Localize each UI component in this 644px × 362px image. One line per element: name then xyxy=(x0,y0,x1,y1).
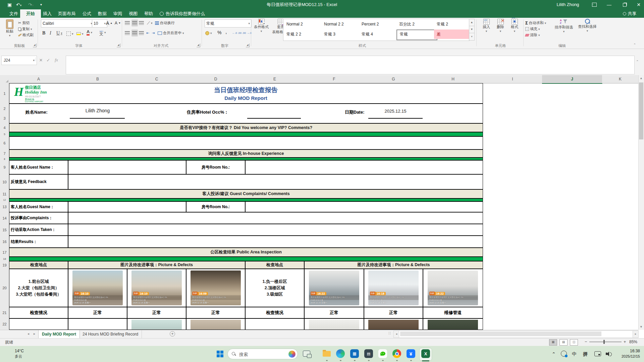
row-header-2[interactable]: 2 xyxy=(0,104,9,114)
style-changgui-4[interactable]: 常规 4 xyxy=(359,29,398,39)
format-cells-button[interactable]: ⟷ 格式▾ xyxy=(508,19,521,33)
style-normal-2-2[interactable]: Normal 2 2 xyxy=(321,19,361,29)
row-header-11[interactable]: 11 xyxy=(0,189,9,199)
cell-location-header-left[interactable]: 检查地点 xyxy=(9,261,68,269)
sheet-nav-left-icon[interactable]: ◂ xyxy=(28,332,29,336)
clipboard-dialog-launcher[interactable]: ◢ xyxy=(33,44,37,47)
italic-button[interactable]: I xyxy=(50,30,51,36)
volume-icon[interactable] xyxy=(606,351,612,357)
cell-guest-name-input-2[interactable] xyxy=(68,201,186,212)
cell-results-label[interactable]: 结果Results： xyxy=(9,236,68,248)
number-dialog-launcher[interactable]: ◢ xyxy=(246,44,250,47)
percent-style-button[interactable]: % xyxy=(217,29,221,35)
collapse-formula-bar-icon[interactable]: ⌃ xyxy=(636,60,639,63)
cancel-icon[interactable]: ✕ xyxy=(38,56,44,64)
normal-view-icon[interactable]: ▦ xyxy=(549,339,557,346)
col-header-E[interactable]: E xyxy=(245,75,305,83)
cell-pictures-header-left[interactable]: 图片及待改进事项：Picture & Defects xyxy=(68,261,245,269)
style-changgui-selected[interactable]: 常规 xyxy=(396,29,437,40)
sort-filter-button[interactable]: AZ 排序和筛选▾ xyxy=(553,19,575,33)
row-header-9[interactable]: 9 xyxy=(0,160,9,175)
tabstrip-splitter[interactable]: ⁞⁞ xyxy=(388,331,391,335)
decrease-font-icon[interactable]: A▼ xyxy=(115,20,121,26)
style-baifenbi-2[interactable]: 百分比 2 xyxy=(396,19,436,29)
cell-feedback-label[interactable]: 反馈意见 Feedback xyxy=(9,174,68,189)
weather-widget[interactable]: 14°C 多云 xyxy=(0,346,37,362)
start-button[interactable] xyxy=(217,351,223,357)
col-header-G[interactable]: G xyxy=(364,75,423,83)
row-header-7[interactable]: 7 xyxy=(0,149,9,158)
sync-status-icon[interactable] xyxy=(561,351,567,357)
wechat-icon[interactable] xyxy=(378,349,387,358)
col-header-F[interactable]: F xyxy=(304,75,364,83)
tab-page-layout[interactable]: 页面布局 xyxy=(53,9,80,18)
alignment-dialog-launcher[interactable]: ◢ xyxy=(197,44,200,47)
style-bad[interactable]: 差 xyxy=(434,29,474,39)
fill-color-button[interactable]: ▾ xyxy=(76,31,84,37)
task-view-icon[interactable] xyxy=(303,351,310,357)
excel-icon[interactable]: X xyxy=(421,349,430,358)
calculator-icon[interactable]: ▤ xyxy=(364,349,373,358)
touchpad-icon[interactable] xyxy=(594,351,601,356)
zoom-slider-thumb[interactable] xyxy=(603,340,605,344)
format-painter-button[interactable]: 格式刷 xyxy=(18,32,34,38)
style-changgui-3[interactable]: 常规 3 xyxy=(321,29,361,39)
col-header-A[interactable]: A xyxy=(9,75,68,83)
cell-status-g[interactable]: 正常 xyxy=(364,307,423,318)
name-box[interactable]: J24▾ xyxy=(1,56,37,65)
ime-language-indicator[interactable]: 中 xyxy=(572,351,577,357)
name-value[interactable]: Lilith Zhong xyxy=(68,108,127,113)
vertical-scrollbar-thumb[interactable] xyxy=(639,82,643,139)
zoom-level[interactable]: 85% xyxy=(629,340,637,344)
cell-location-header-right[interactable]: 检查地点 xyxy=(245,261,304,269)
tray-expand-icon[interactable]: ⌃ xyxy=(552,351,556,357)
redo-icon[interactable]: ↷▾ xyxy=(28,2,34,8)
cell-status-header-left[interactable]: 检查情况 xyxy=(9,307,68,318)
align-center-icon[interactable] xyxy=(131,29,138,37)
section-vip-header[interactable]: 是否有VIP接待？有何建议？ Did You welcome any VIP? … xyxy=(9,123,483,132)
cut-button[interactable]: ✂剪切 xyxy=(18,20,30,26)
account-user[interactable]: Lilith Zhong xyxy=(553,0,583,9)
wrap-text-button[interactable]: 自动换行 xyxy=(155,20,175,26)
cell-row22-b[interactable] xyxy=(68,318,127,330)
search-box[interactable]: 搜索 xyxy=(227,349,298,359)
conditional-formatting-button[interactable]: ≠ 条件格式▾ xyxy=(252,19,270,33)
row-header-5[interactable]: 5 xyxy=(0,132,9,137)
insert-function-icon[interactable]: fx xyxy=(53,56,60,64)
restore-button[interactable] xyxy=(618,0,631,9)
tab-help[interactable]: 帮助 xyxy=(140,9,158,18)
autosum-button[interactable]: Σ自动求和▾ xyxy=(525,20,546,26)
col-header-B[interactable]: B xyxy=(68,75,127,83)
cell-feedback-input[interactable] xyxy=(68,174,483,189)
decrease-decimal-button[interactable]: .00 →.0 xyxy=(242,30,252,36)
cell-room-no-label-2[interactable]: 房号Room No.: xyxy=(186,201,245,212)
fill-button[interactable]: ↓填充▾ xyxy=(525,26,540,32)
increase-font-icon[interactable]: A▲ xyxy=(106,20,112,26)
hscroll-right-icon[interactable]: ▸ xyxy=(633,330,639,338)
gallery-down-icon[interactable]: ▼ xyxy=(469,26,475,34)
cell-guest-name-label-2[interactable]: 客人姓名Guest Name： xyxy=(9,201,68,212)
row-header-16[interactable]: 16 xyxy=(0,236,9,248)
ribbon-display-options-icon[interactable]: ↑ xyxy=(588,0,601,9)
col-header-J[interactable]: J xyxy=(542,75,602,84)
cell-status-header-right[interactable]: 检查情况 xyxy=(245,307,304,318)
qat-customize-icon[interactable]: ▾ xyxy=(40,2,42,8)
alipay-icon[interactable]: ¥ xyxy=(407,349,415,358)
section-inhouse-header[interactable]: 询问客人反馈意见 In-house Experience xyxy=(9,149,483,158)
increase-decimal-button[interactable]: ←.0 .00 xyxy=(232,30,241,36)
save-icon[interactable]: ▣ xyxy=(7,2,12,8)
font-color-button[interactable]: A▾ xyxy=(87,29,92,35)
sheet-tab-24-hours-briefing[interactable]: 24 Hours MOD Briefing Record xyxy=(79,330,142,338)
row-header-17[interactable]: 17 xyxy=(0,248,9,257)
page-layout-view-icon[interactable]: ▤ xyxy=(559,339,568,346)
row-header-6[interactable]: 6 xyxy=(0,136,9,150)
increase-indent-icon[interactable]: ⇥ xyxy=(152,30,155,36)
cell-room-no-input-2[interactable] xyxy=(245,201,483,212)
tab-home[interactable]: 开始 xyxy=(20,9,41,18)
align-bottom-icon[interactable] xyxy=(139,20,144,26)
cell-status-b[interactable]: 正常 xyxy=(68,307,127,318)
taskbar-clock[interactable]: 16:38 2025/12/15 xyxy=(616,348,640,360)
cell-areas-right[interactable]: 1.负一楼后区 2.顶楼区域 3.吸烟区 xyxy=(245,269,304,307)
scroll-up-icon[interactable]: ▲ xyxy=(638,76,644,80)
zoom-out-icon[interactable]: − xyxy=(585,339,587,344)
